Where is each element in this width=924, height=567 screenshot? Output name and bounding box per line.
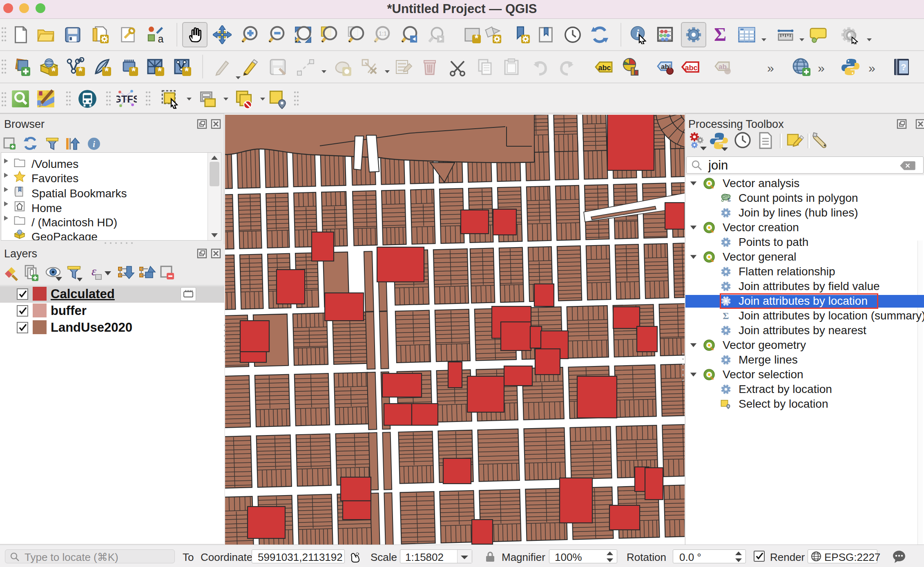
svg-text:*: *: [158, 65, 162, 77]
svg-text:*: *: [51, 65, 56, 77]
svg-text:Σ: Σ: [723, 310, 729, 321]
svg-text:?: ?: [901, 62, 906, 72]
svg-text:*: *: [78, 65, 83, 77]
svg-text:Σ: Σ: [728, 197, 731, 203]
svg-text:a: a: [158, 33, 163, 44]
svg-text:*: *: [475, 33, 478, 44]
svg-text:GTFS: GTFS: [116, 94, 137, 105]
svg-text:abc: abc: [685, 64, 697, 72]
svg-text:i: i: [636, 28, 639, 39]
svg-text:*: *: [132, 65, 136, 77]
svg-text:Σ: Σ: [714, 25, 726, 44]
svg-text:1:1: 1:1: [379, 30, 387, 37]
svg-text:*: *: [105, 65, 109, 77]
svg-text:*: *: [185, 65, 189, 77]
svg-text:abc: abc: [598, 64, 611, 72]
svg-text:i: i: [93, 140, 95, 149]
